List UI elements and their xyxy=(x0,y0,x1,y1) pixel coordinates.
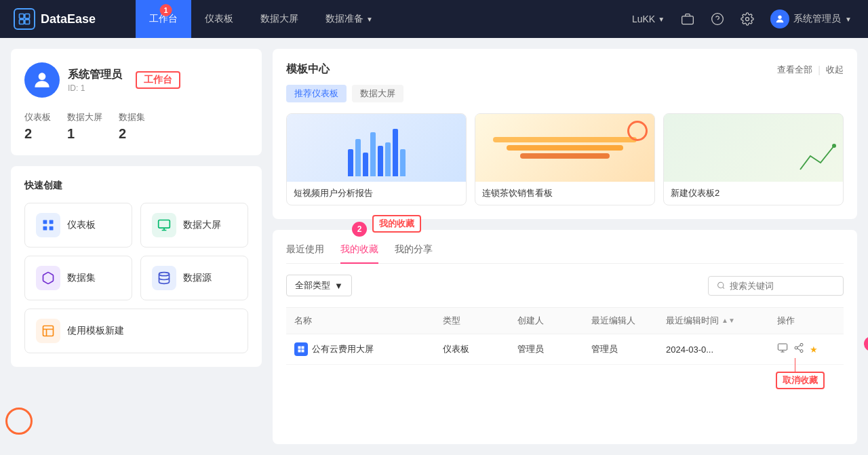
tab-shared[interactable]: 我的分享 xyxy=(395,243,433,264)
th-type: 类型 xyxy=(435,315,509,327)
nav-item-datascreen[interactable]: 数据大屏 xyxy=(247,0,312,38)
template-card-img-1 xyxy=(287,114,466,182)
td-actions: ★ 取消收藏 3 xyxy=(769,334,844,364)
td-last-editor: 管理员 xyxy=(583,335,658,363)
tab-data-screen[interactable]: 数据大屏 xyxy=(352,85,403,102)
logo-icon xyxy=(14,8,35,30)
svg-point-9 xyxy=(39,73,46,80)
svg-rect-12 xyxy=(43,226,47,231)
datascreen-icon xyxy=(152,213,176,237)
th-last-editor: 最近编辑人 xyxy=(583,315,658,327)
svg-point-8 xyxy=(778,16,781,19)
svg-point-24 xyxy=(800,343,803,346)
nav-label-dataprep: 数据准备 xyxy=(326,13,363,25)
quick-create-title: 快速创建 xyxy=(24,180,248,192)
create-datasource-button[interactable]: 数据源 xyxy=(140,256,248,300)
tab-recent[interactable]: 最近使用 xyxy=(286,243,324,264)
type-filter-select[interactable]: 全部类型 ▼ xyxy=(286,275,352,296)
td-last-edit-time: 2024-03-0... xyxy=(658,336,769,363)
svg-rect-0 xyxy=(20,14,24,19)
create-from-template-button[interactable]: 使用模板新建 xyxy=(24,309,248,353)
svg-rect-3 xyxy=(25,20,30,24)
create-dataset-button[interactable]: 数据集 xyxy=(24,256,132,300)
nav-item-dataprep[interactable]: 数据准备 ▼ xyxy=(312,0,387,38)
th-last-edit-time: 最近编辑时间 ▲▼ xyxy=(658,315,769,327)
svg-point-7 xyxy=(746,18,749,21)
nav-item-workbench[interactable]: 1 工作台 xyxy=(136,0,191,38)
svg-rect-22 xyxy=(302,350,304,353)
svg-rect-21 xyxy=(298,350,301,353)
td-type: 仪表板 xyxy=(435,335,509,363)
avatar xyxy=(770,9,789,28)
create-datascreen-label: 数据大屏 xyxy=(183,219,221,231)
preview-action-icon[interactable] xyxy=(777,342,788,356)
quick-create-section: 快速创建 仪表板 xyxy=(11,166,262,367)
main-content: 系统管理员 ID: 1 工作台 仪表板 2 数据大屏 1 数据集 2 xyxy=(0,38,868,455)
share-action-icon[interactable] xyxy=(793,342,804,356)
stat-dashboard: 仪表板 2 xyxy=(24,111,51,142)
workbench-badge: 工作台 xyxy=(136,71,180,89)
user-details: 系统管理员 ID: 1 xyxy=(68,68,122,93)
nav-items: 1 工作台 仪表板 数据大屏 数据准备 ▼ xyxy=(136,0,387,38)
nav-projects-icon[interactable] xyxy=(675,9,700,28)
top-navigation: DataEase 1 工作台 仪表板 数据大屏 数据准备 ▼ LuKK ▼ xyxy=(0,0,868,38)
nav-right: LuKK ▼ xyxy=(627,7,868,31)
dataprep-dropdown-arrow: ▼ xyxy=(366,16,373,23)
dashboard-icon xyxy=(36,213,60,237)
table-header: 名称 类型 创建人 最近编辑人 最近编辑时间 ▲▼ 操作 xyxy=(286,307,844,334)
stat-datascreen-label: 数据大屏 xyxy=(67,111,102,123)
nav-item-dashboard[interactable]: 仪表板 xyxy=(191,0,247,38)
collapse-link[interactable]: 收起 xyxy=(826,64,844,76)
nav-user-dropdown-arrow: ▼ xyxy=(658,16,665,23)
create-dataset-label: 数据集 xyxy=(67,272,96,284)
nav-user-lukk[interactable]: LuKK ▼ xyxy=(627,11,670,27)
stat-datascreen: 数据大屏 1 xyxy=(67,111,102,142)
dataset-icon xyxy=(36,266,60,290)
svg-rect-2 xyxy=(20,20,24,24)
sort-icon: ▲▼ xyxy=(722,317,735,324)
user-id: ID: 1 xyxy=(68,83,122,93)
svg-point-26 xyxy=(800,350,803,353)
template-card-2[interactable]: 连锁茶饮销售看板 xyxy=(475,113,655,205)
cancel-favorite-annotation: 取消收藏 xyxy=(776,372,825,389)
create-dashboard-button[interactable]: 仪表板 xyxy=(24,203,132,248)
row-type-icon xyxy=(294,342,308,356)
svg-rect-10 xyxy=(43,220,47,224)
nav-admin-area[interactable]: 系统管理员 ▼ xyxy=(765,7,857,31)
tab-recommended-dashboard[interactable]: 推荐仪表板 xyxy=(286,85,347,102)
user-name: 系统管理员 xyxy=(68,68,122,82)
nav-label-dashboard: 仪表板 xyxy=(205,13,233,25)
tab-annotation-badge: 2 xyxy=(352,222,367,237)
template-center: 模板中心 查看全部 | 收起 推荐仪表板 数据大屏 xyxy=(273,49,857,219)
stat-dashboard-value: 2 xyxy=(24,126,51,142)
nav-username: LuKK xyxy=(632,14,655,24)
tab-favorites[interactable]: 我的收藏 2 我的收藏 xyxy=(340,243,378,264)
star-action-icon[interactable]: ★ 取消收藏 3 xyxy=(810,344,818,355)
stat-dashboard-label: 仪表板 xyxy=(24,111,51,123)
user-card: 系统管理员 ID: 1 工作台 仪表板 2 数据大屏 1 数据集 2 xyxy=(11,49,262,155)
template-icon xyxy=(36,319,60,343)
row-name-text: 公有云费用大屏 xyxy=(312,343,374,355)
template-card-name-2: 连锁茶饮销售看板 xyxy=(475,182,654,205)
create-datascreen-button[interactable]: 数据大屏 xyxy=(140,203,248,248)
svg-rect-20 xyxy=(302,347,304,349)
svg-point-18 xyxy=(718,282,724,288)
template-center-title: 模板中心 xyxy=(286,62,330,77)
annotation-badge-3: 3 xyxy=(864,336,868,351)
nav-settings-icon[interactable] xyxy=(735,9,760,28)
view-all-link[interactable]: 查看全部 xyxy=(777,64,812,76)
th-name: 名称 xyxy=(286,315,435,327)
create-grid: 仪表板 数据大屏 xyxy=(24,203,248,353)
left-panel: 系统管理员 ID: 1 工作台 仪表板 2 数据大屏 1 数据集 2 xyxy=(11,49,262,444)
th-creator: 创建人 xyxy=(509,315,584,327)
svg-line-27 xyxy=(797,349,801,351)
logo-area: DataEase xyxy=(0,0,136,38)
action-icons: ★ 取消收藏 3 xyxy=(777,342,818,356)
search-box xyxy=(708,276,844,296)
logo-text: DataEase xyxy=(41,12,96,26)
filter-label: 全部类型 xyxy=(295,279,330,292)
template-card-3[interactable]: 新建仪表板2 xyxy=(663,113,844,205)
search-input[interactable] xyxy=(730,281,835,291)
nav-help-icon[interactable] xyxy=(705,9,730,28)
template-card-1[interactable]: 短视频用户分析报告 xyxy=(286,113,467,205)
